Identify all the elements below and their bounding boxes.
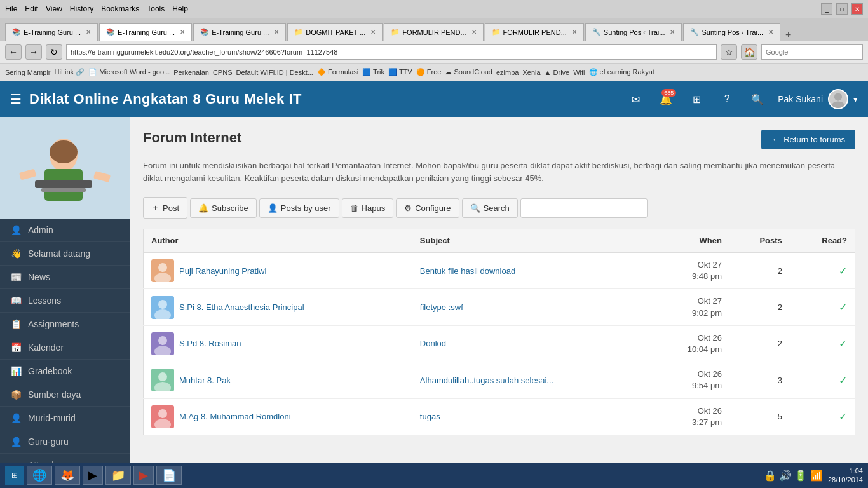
subject-link-0[interactable]: Bentuk file hasil download xyxy=(420,266,515,276)
menu-edit[interactable]: Edit xyxy=(25,4,38,13)
author-name-2[interactable]: S.Pd 8. Rosiman xyxy=(179,339,241,348)
new-tab-button[interactable]: + xyxy=(782,29,795,41)
menu-view[interactable]: View xyxy=(46,4,62,13)
bookmark-wifi[interactable]: Default WIFI.ID | Deskt... xyxy=(236,69,313,76)
search-button[interactable]: 🔍 Search xyxy=(462,198,518,218)
posts-by-user-button[interactable]: 👤 Posts by user xyxy=(259,198,339,218)
taskbar-firefox[interactable]: 🦊 xyxy=(55,466,80,485)
minimize-button[interactable]: _ xyxy=(821,3,832,15)
forum-description: Forum ini untuk mendiskusikan berbagai h… xyxy=(143,159,855,184)
bookmark-xenia[interactable]: Xenia xyxy=(522,69,540,76)
sidebar-item-assignments[interactable]: 📋 Assignments xyxy=(0,313,130,336)
refresh-button[interactable]: ↻ xyxy=(46,44,62,60)
grid-icon[interactable]: ⊞ xyxy=(686,89,707,109)
tab-8[interactable]: 🔧Sunting Pos ‹ Trai...✕ xyxy=(683,23,780,41)
bookmark-soundcloud[interactable]: ☁ SoundCloud xyxy=(445,68,492,76)
bookmark-drive[interactable]: ▲ Drive xyxy=(545,69,570,76)
taskbar-pdf[interactable]: 📄 xyxy=(156,466,182,485)
when-time-0: 9:48 pm xyxy=(658,271,722,282)
tab-7[interactable]: 🔧Sunting Pos ‹ Trai...✕ xyxy=(585,23,682,41)
menu-file[interactable]: File xyxy=(5,4,17,13)
configure-button[interactable]: ⚙ Configure xyxy=(396,198,459,218)
bookmark-wifi2[interactable]: Wifi xyxy=(573,69,585,76)
taskbar-media[interactable]: ▶ xyxy=(83,466,103,485)
news-icon: 📰 xyxy=(10,272,22,282)
bookmark-free[interactable]: 🟠 Free xyxy=(416,68,442,76)
subject-link-2[interactable]: Donlod xyxy=(420,339,446,348)
author-name-3[interactable]: Muhtar 8. Pak xyxy=(179,376,231,385)
hamburger-menu[interactable]: ☰ xyxy=(10,92,22,107)
svg-point-13 xyxy=(154,309,171,319)
subscribe-button[interactable]: 🔔 Subscribe xyxy=(190,198,257,218)
browser-search-input[interactable] xyxy=(761,44,863,60)
start-button[interactable]: ⊞ xyxy=(5,466,24,485)
sidebar-item-lessons[interactable]: 📖 Lessons xyxy=(0,289,130,313)
author-name-0[interactable]: Puji Rahayuning Pratiwi xyxy=(179,266,266,276)
author-avatar-0 xyxy=(151,259,174,282)
sidebar-item-news[interactable]: 📰 News xyxy=(0,266,130,289)
svg-point-16 xyxy=(158,372,167,381)
sidebar-item-murid-murid[interactable]: 👤 Murid-murid xyxy=(0,407,130,430)
bookmark-trik[interactable]: 🟦 Trik xyxy=(362,68,384,76)
tab-2[interactable]: 📚E-Training Guru ...✕ xyxy=(99,23,192,41)
taskbar-ppt[interactable]: ▶ xyxy=(133,466,154,485)
sidebar-item-kalender[interactable]: 📅 Kalender xyxy=(0,336,130,360)
bookmark-formulasi[interactable]: 🔶 Formulasi xyxy=(317,68,358,76)
user-info[interactable]: Pak Sukani ▾ xyxy=(778,89,858,109)
mail-icon[interactable]: ✉ xyxy=(625,89,646,109)
user-dropdown-icon[interactable]: ▾ xyxy=(853,95,858,104)
menu-bookmarks[interactable]: Bookmarks xyxy=(101,4,139,13)
tab-5[interactable]: 📁FORMULIR PEND...✕ xyxy=(384,23,483,41)
bookmark-button[interactable]: ☆ xyxy=(721,44,737,60)
forum-table: Author Subject When Posts Read? Puji Rah… xyxy=(143,229,855,435)
bookmark-cpns[interactable]: CPNS xyxy=(213,69,233,76)
hapus-button[interactable]: 🗑 Hapus xyxy=(342,198,394,218)
forward-button[interactable]: → xyxy=(25,44,42,60)
notification-icon[interactable]: 🔔 685 xyxy=(656,89,676,109)
help-icon[interactable]: ? xyxy=(717,89,737,109)
col-when: When xyxy=(650,229,729,253)
sidebar-item-sumber-daya[interactable]: 📦 Sumber daya xyxy=(0,383,130,407)
svg-rect-7 xyxy=(41,188,86,192)
bookmark-word[interactable]: 📄 Microsoft Word - goo... xyxy=(88,68,170,76)
return-arrow-icon: ← xyxy=(771,135,780,144)
menu-bar[interactable]: File Edit View History Bookmarks Tools H… xyxy=(5,4,188,13)
subject-link-4[interactable]: tugas xyxy=(420,412,440,421)
taskbar-explorer[interactable]: 📁 xyxy=(105,466,131,485)
bookmark-perkenalan[interactable]: Perkenalan xyxy=(173,69,209,76)
sidebar-item-admin[interactable]: 👤 Admin xyxy=(0,219,130,242)
bookmark-sering-mampir[interactable]: Sering Mampir xyxy=(5,69,51,76)
table-row: Puji Rahayuning Pratiwi Bentuk file hasi… xyxy=(144,252,855,289)
sidebar-item-selamat-datang[interactable]: 👋 Selamat datang xyxy=(0,242,130,266)
bookmark-hilink[interactable]: HiLink 🔗 xyxy=(55,68,85,76)
taskbar-ie[interactable]: 🌐 xyxy=(27,466,52,485)
tab-3[interactable]: 📚E-Training Guru ...✕ xyxy=(193,23,286,41)
author-name-1[interactable]: S.Pi 8. Etha Anaesthesia Principal xyxy=(179,302,304,312)
subject-link-1[interactable]: filetype :swf xyxy=(420,302,463,312)
menu-help[interactable]: Help xyxy=(172,4,188,13)
bookmark-ezimba[interactable]: ezimba xyxy=(496,69,519,76)
menu-history[interactable]: History xyxy=(70,4,93,13)
bookmark-ttv[interactable]: 🟦 TTV xyxy=(388,68,412,76)
return-to-forums-button[interactable]: ← Return to forums xyxy=(761,130,855,149)
post-button[interactable]: ＋ Post xyxy=(143,197,187,219)
app-header-left: ☰ Diklat Online Angkatan 8 Guru Melek IT xyxy=(10,91,625,107)
maximize-button[interactable]: □ xyxy=(836,3,848,15)
sidebar-item-guru-guru[interactable]: 👤 Guru-guru xyxy=(0,430,130,454)
tab-1[interactable]: 📚E-Training Guru ...✕ xyxy=(5,23,98,41)
close-button[interactable]: ✕ xyxy=(851,3,863,15)
sidebar-item-label: Murid-murid xyxy=(28,413,76,423)
author-name-4[interactable]: M.Ag 8. Muhammad Romdloni xyxy=(179,412,291,421)
bookmark-elearning[interactable]: 🌐 eLearning Rakyat xyxy=(589,68,654,76)
forum-search-input[interactable] xyxy=(520,198,648,218)
tab-6[interactable]: 📁FORMULIR PEND...✕ xyxy=(485,23,584,41)
tab-4[interactable]: 📁DOGMIT PAKET ...✕ xyxy=(287,23,383,41)
sidebar-item-gradebook[interactable]: 📊 Gradebook xyxy=(0,360,130,383)
menu-tools[interactable]: Tools xyxy=(147,4,165,13)
search-icon[interactable]: 🔍 xyxy=(747,89,768,109)
subject-link-3[interactable]: Alhamdulillah..tugas sudah selesai... xyxy=(420,376,553,385)
window-controls[interactable]: _ □ ✕ xyxy=(821,3,863,15)
url-bar[interactable]: https://e-traininggurumelekit.edu20.org/… xyxy=(66,44,717,60)
home-button[interactable]: 🏠 xyxy=(741,44,757,60)
back-button[interactable]: ← xyxy=(5,44,22,60)
